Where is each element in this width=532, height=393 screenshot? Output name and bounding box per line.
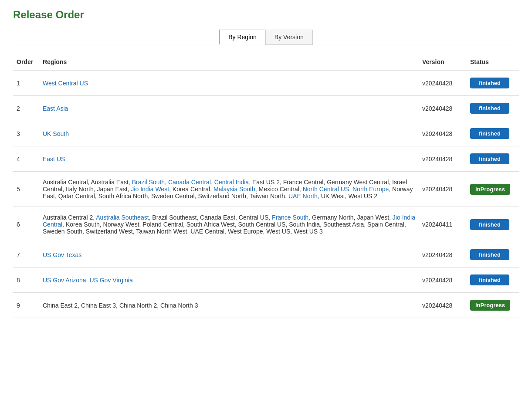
cell-regions: US Gov Texas <box>39 242 419 268</box>
tab-by-version[interactable]: By Version <box>265 30 313 45</box>
cell-status: finished <box>467 70 519 96</box>
region-text: Australia Central 2, <box>43 214 96 221</box>
cell-order: 7 <box>13 242 39 268</box>
status-badge: finished <box>470 128 509 139</box>
region-link[interactable]: US Gov Arizona, <box>43 277 89 284</box>
region-text: Germany West Central, <box>327 179 392 186</box>
release-order-table: Order Regions Version Status 1West Centr… <box>13 54 519 318</box>
region-text: Germany North, <box>312 214 357 221</box>
cell-regions: US Gov Arizona, US Gov Virginia <box>39 268 419 293</box>
region-text: Sweden South, <box>43 228 86 235</box>
status-badge: finished <box>470 153 509 164</box>
region-link[interactable]: US Gov Texas <box>43 251 81 258</box>
region-link[interactable]: Brazil South, <box>132 179 168 186</box>
cell-status: finished <box>467 146 519 172</box>
region-text: West US, <box>266 228 294 235</box>
region-text: Spain Central, <box>367 221 406 228</box>
cell-order: 5 <box>13 172 39 207</box>
cell-version: v20240428 <box>419 70 467 96</box>
cell-status: finished <box>467 96 519 121</box>
page-title: Release Order <box>13 9 519 21</box>
table-row: 3UK Southv20240428finished <box>13 121 519 146</box>
cell-regions: East US <box>39 146 419 172</box>
region-text: South Africa West, <box>186 221 238 228</box>
table-row: 7US Gov Texasv20240428finished <box>13 242 519 268</box>
region-text: West Europe, <box>228 228 266 235</box>
status-badge: inProgress <box>470 300 510 311</box>
cell-status: inProgress <box>467 293 519 318</box>
table-row: 9China East 2, China East 3, China North… <box>13 293 519 318</box>
header-order: Order <box>13 54 39 70</box>
table-body: 1West Central USv20240428finished2East A… <box>13 70 519 318</box>
region-text: Italy North, <box>66 186 97 193</box>
table-row: 1West Central USv20240428finished <box>13 70 519 96</box>
region-text: Qatar Central, <box>58 193 98 200</box>
region-text: Brazil Southeast, <box>152 214 200 221</box>
region-text: West US 2 <box>348 193 377 200</box>
cell-version: v20240411 <box>419 207 467 242</box>
region-link[interactable]: Malaysia South, <box>213 186 259 193</box>
region-link[interactable]: East US <box>43 156 65 163</box>
cell-version: v20240428 <box>419 96 467 121</box>
cell-order: 3 <box>13 121 39 146</box>
region-text: West US 3 <box>294 228 323 235</box>
region-link[interactable]: Central India, <box>214 179 252 186</box>
region-link[interactable]: Canada Central, <box>168 179 214 186</box>
table-header-row: Order Regions Version Status <box>13 54 519 70</box>
table-row: 6Australia Central 2, Australia Southeas… <box>13 207 519 242</box>
cell-order: 2 <box>13 96 39 121</box>
cell-order: 8 <box>13 268 39 293</box>
region-link[interactable]: US Gov Virginia <box>89 277 132 284</box>
cell-regions: East Asia <box>39 96 419 121</box>
table-wrapper: Order Regions Version Status 1West Centr… <box>13 54 519 318</box>
region-link[interactable]: Australia Southeast, <box>96 214 152 221</box>
region-text: Japan East, <box>97 186 131 193</box>
region-text: Taiwan North West, <box>136 228 190 235</box>
region-text: Australia East, <box>91 179 132 186</box>
table-row: 4East USv20240428finished <box>13 146 519 172</box>
region-link[interactable]: UK South <box>43 130 69 137</box>
region-text: Switzerland North, <box>198 193 249 200</box>
region-text: Japan West, <box>357 214 392 221</box>
tab-by-region[interactable]: By Region <box>219 30 265 45</box>
region-text: China East 3, <box>81 302 119 309</box>
status-badge: finished <box>470 219 509 230</box>
region-text: East US 2, <box>252 179 283 186</box>
region-text: France Central, <box>283 179 327 186</box>
region-link[interactable]: East Asia <box>43 105 68 112</box>
region-link[interactable]: West Central US <box>43 80 88 87</box>
status-badge: inProgress <box>470 184 510 195</box>
cell-version: v20240428 <box>419 242 467 268</box>
region-text: Korea Central, <box>173 186 213 193</box>
cell-status: finished <box>467 121 519 146</box>
region-text: UAE Central, <box>190 228 228 235</box>
status-badge: finished <box>470 249 509 260</box>
region-text: Korea South, <box>66 221 103 228</box>
cell-regions: West Central US <box>39 70 419 96</box>
region-text: Sweden Central, <box>151 193 198 200</box>
region-text: UK West, <box>321 193 349 200</box>
cell-regions: UK South <box>39 121 419 146</box>
table-row: 5Australia Central, Australia East, Braz… <box>13 172 519 207</box>
region-link[interactable]: France South, <box>272 214 312 221</box>
region-text: Southeast Asia, <box>323 221 367 228</box>
region-link[interactable]: North Europe, <box>352 186 392 193</box>
cell-order: 6 <box>13 207 39 242</box>
cell-regions: China East 2, China East 3, China North … <box>39 293 419 318</box>
region-link[interactable]: UAE North, <box>288 193 321 200</box>
cell-status: inProgress <box>467 172 519 207</box>
cell-status: finished <box>467 268 519 293</box>
divider <box>13 45 519 45</box>
region-link[interactable]: North Central US, <box>303 186 352 193</box>
region-link[interactable]: Jio India West, <box>131 186 172 193</box>
status-badge: finished <box>470 274 509 285</box>
status-badge: finished <box>470 78 509 88</box>
region-text: South India, <box>289 221 323 228</box>
cell-order: 4 <box>13 146 39 172</box>
cell-regions: Australia Central, Australia East, Brazi… <box>39 172 419 207</box>
region-text: Central US, <box>239 214 272 221</box>
status-badge: finished <box>470 103 509 114</box>
region-text: Poland Central, <box>142 221 186 228</box>
cell-version: v20240428 <box>419 293 467 318</box>
region-text: Norway West, <box>103 221 143 228</box>
